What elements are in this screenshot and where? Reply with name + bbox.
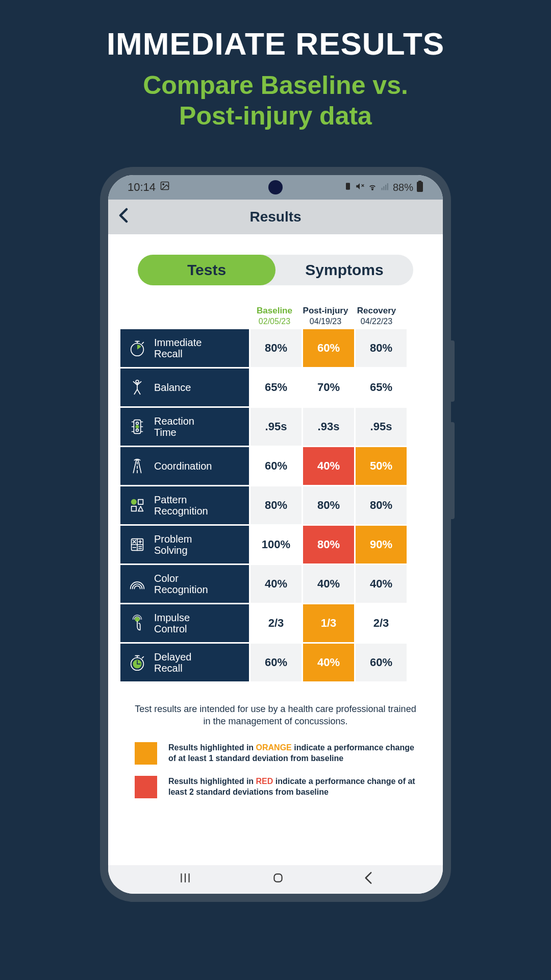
svg-line-19: [134, 389, 137, 395]
column-postinjury: Post-injury 04/19/23: [300, 306, 351, 326]
data-cell: 90%: [356, 526, 407, 564]
svg-line-54: [142, 657, 144, 658]
data-cell: .95s: [356, 408, 407, 446]
battery-icon: [416, 181, 423, 194]
row-label: ImpulseControl: [120, 604, 249, 642]
promo-subtitle-line2: Post-injury data: [179, 102, 372, 130]
phone-side-button: [451, 422, 455, 519]
back-button[interactable]: [118, 206, 129, 228]
promo-subtitle: Compare Baseline vs. Post-injury data: [0, 70, 551, 131]
table-row: ImpulseControl2/31/32/3: [120, 604, 431, 642]
svg-marker-39: [138, 506, 143, 511]
data-cell: 40%: [303, 565, 354, 603]
svg-rect-7: [383, 186, 384, 190]
table-row: DelayedRecall60%40%60%: [120, 644, 431, 681]
tap-icon: [127, 612, 148, 634]
data-cell: 50%: [356, 447, 407, 485]
data-cell: 65%: [251, 369, 302, 406]
legend-text-pre: Results highlighted in: [168, 777, 256, 786]
svg-rect-37: [138, 500, 143, 505]
column-headers: Baseline 02/05/23 Post-injury 04/19/23 R…: [120, 306, 431, 326]
data-cell: 40%: [356, 565, 407, 603]
svg-rect-61: [274, 874, 282, 881]
legend-red: Results highlighted in RED indicate a pe…: [131, 776, 420, 798]
svg-rect-10: [418, 181, 421, 182]
camera-dot: [268, 180, 283, 194]
data-cell: 40%: [303, 644, 354, 681]
svg-rect-12: [418, 184, 422, 191]
battery-percent: 88%: [393, 182, 413, 193]
svg-point-5: [372, 188, 373, 189]
data-cell: 80%: [251, 329, 302, 367]
segmented-control: Tests Symptoms: [138, 255, 413, 285]
phone-side-button: [451, 340, 455, 402]
row-name: Coordination: [154, 460, 212, 472]
data-cell: 60%: [251, 447, 302, 485]
data-cell: 80%: [356, 329, 407, 367]
row-label: Balance: [120, 369, 249, 406]
data-cell: 80%: [303, 526, 354, 564]
svg-point-24: [136, 422, 139, 425]
col-date: 04/19/23: [300, 317, 351, 326]
row-name: ImmediateRecall: [154, 337, 202, 359]
image-icon: [160, 181, 170, 194]
col-title: Baseline: [249, 306, 300, 316]
data-cell: 65%: [356, 369, 407, 406]
data-cell: 60%: [356, 644, 407, 681]
table-row: Coordination60%40%50%: [120, 447, 431, 485]
data-cell: .95s: [251, 408, 302, 446]
data-cell: 100%: [251, 526, 302, 564]
row-label: ReactionTime: [120, 408, 249, 446]
table-row: Balance65%70%65%: [120, 369, 431, 406]
col-date: 02/05/23: [249, 317, 300, 326]
legend-keyword: RED: [256, 777, 273, 786]
col-title: Post-injury: [300, 306, 351, 316]
calc-icon: [127, 534, 148, 555]
svg-point-25: [136, 425, 138, 428]
data-cell: .93s: [303, 408, 354, 446]
red-swatch-icon: [135, 776, 157, 798]
shapes-icon: [127, 495, 148, 516]
svg-rect-38: [132, 506, 137, 511]
data-cell: 80%: [251, 486, 302, 524]
traffic-icon: [127, 416, 148, 437]
promo-subtitle-line1: Compare Baseline vs.: [143, 71, 408, 100]
tab-tests[interactable]: Tests: [138, 255, 276, 285]
row-label: ColorRecognition: [120, 565, 249, 603]
home-button[interactable]: [271, 871, 285, 888]
back-nav-button[interactable]: [364, 871, 372, 888]
svg-point-36: [132, 500, 137, 505]
promo-title: IMMEDIATE RESULTS: [0, 26, 551, 62]
mute-icon: [355, 182, 364, 193]
wifi-icon: [367, 182, 378, 193]
data-cell: 1/3: [303, 604, 354, 642]
col-title: Recovery: [351, 306, 402, 316]
app-header: Results: [108, 200, 443, 234]
recents-button[interactable]: [179, 871, 192, 888]
table-row: ReactionTime.95s.93s.95s: [120, 408, 431, 446]
row-label: ImmediateRecall: [120, 329, 249, 367]
card-icon: [344, 182, 352, 193]
orange-swatch-icon: [135, 742, 157, 765]
status-time: 10:14: [128, 181, 156, 194]
data-cell: 80%: [303, 486, 354, 524]
legend: Results highlighted in ORANGE indicate a…: [131, 742, 420, 798]
table-row: ProblemSolving100%80%90%: [120, 526, 431, 564]
balance-icon: [127, 377, 148, 398]
svg-point-1: [163, 184, 164, 185]
tab-symptoms[interactable]: Symptoms: [276, 255, 413, 285]
table-row: ColorRecognition40%40%40%: [120, 565, 431, 603]
svg-rect-2: [346, 183, 350, 189]
data-cell: 40%: [251, 565, 302, 603]
data-cell: 70%: [303, 369, 354, 406]
legend-text-pre: Results highlighted in: [168, 743, 256, 752]
row-label: ProblemSolving: [120, 526, 249, 564]
data-cell: 60%: [251, 644, 302, 681]
android-nav-bar: [108, 865, 443, 894]
svg-rect-6: [381, 188, 382, 190]
row-label: PatternRecognition: [120, 486, 249, 524]
results-table: Baseline 02/05/23 Post-injury 04/19/23 R…: [120, 306, 431, 681]
stopwatch-icon: [127, 337, 148, 359]
row-name: ImpulseControl: [154, 612, 190, 634]
svg-line-20: [137, 389, 140, 395]
